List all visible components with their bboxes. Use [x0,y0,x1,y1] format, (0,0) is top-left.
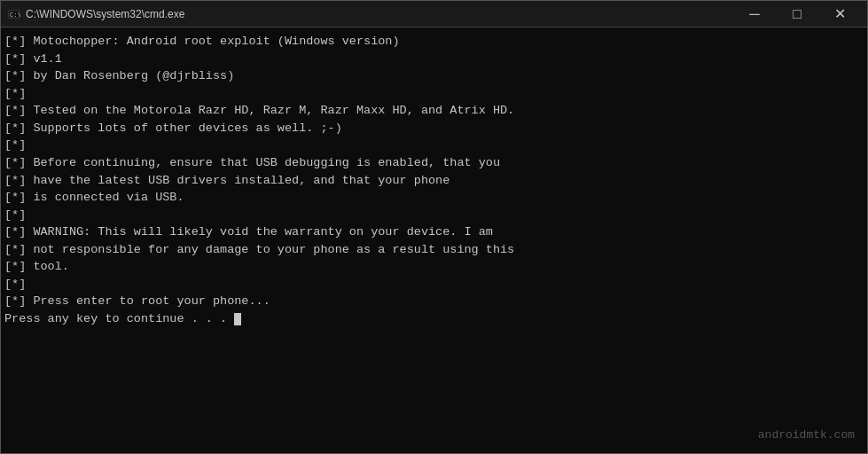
terminal-line: [*] [4,276,864,294]
terminal-line: [*] v1.1 [4,51,864,68]
terminal-output: [*] Motochopper: Android root exploit (W… [4,33,864,328]
maximize-button[interactable]: □ [777,1,817,27]
svg-text:C:\: C:\ [10,12,20,19]
title-bar: C:\ C:\WINDOWS\system32\cmd.exe ─ □ ✕ [1,1,867,27]
terminal-line: [*] [4,207,864,224]
terminal-line: [*] [4,85,864,103]
terminal-line: [*] [4,137,864,154]
terminal-line: [*] is connected via USB. [4,189,864,207]
title-bar-controls: ─ □ ✕ [734,1,860,27]
terminal-line: [*] Motochopper: Android root exploit (W… [4,33,864,51]
close-button[interactable]: ✕ [819,1,860,27]
terminal-line: [*] Tested on the Motorola Razr HD, Razr… [4,102,864,120]
terminal-line: [*] WARNING: This will likely void the w… [4,223,864,241]
terminal-line: [*] by Dan Rosenberg (@djrbliss) [4,67,864,85]
terminal-line: [*] tool. [4,258,864,276]
cmd-icon: C:\ [8,8,20,20]
window-title: C:\WINDOWS\system32\cmd.exe [26,8,184,20]
terminal-line: [*] not responsible for any damage to yo… [4,241,864,259]
terminal-line: [*] have the latest USB drivers installe… [4,172,864,190]
terminal-line: [*] Press enter to root your phone... [4,293,864,310]
terminal-line: [*] Before continuing, ensure that USB d… [4,154,864,172]
minimize-button[interactable]: ─ [734,1,775,27]
cmd-window: C:\ C:\WINDOWS\system32\cmd.exe ─ □ ✕ [*… [0,0,868,454]
cursor [234,313,241,325]
terminal-line: [*] Supports lots of other devices as we… [4,120,864,137]
terminal-body[interactable]: [*] Motochopper: Android root exploit (W… [1,27,867,453]
watermark: androidmtk.com [758,427,855,444]
terminal-line: Press any key to continue . . . [4,310,864,328]
title-bar-left: C:\ C:\WINDOWS\system32\cmd.exe [8,8,184,20]
